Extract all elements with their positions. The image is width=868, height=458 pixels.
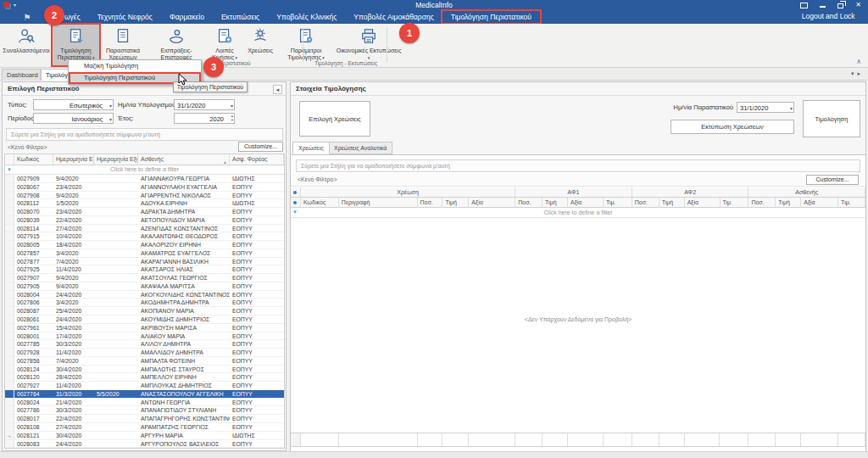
column-header[interactable]: Αξία [685, 198, 721, 208]
column-header[interactable]: Ασφ. Φορέας [230, 154, 284, 165]
ribbon-button-7[interactable]: Παράμετροι Τιμολόγησης ▾ [279, 25, 333, 65]
collapse-panel-icon[interactable]: ◂ [273, 85, 282, 94]
table-row[interactable]: 002778630/3/2020ΑΠΑΝΑΓΙΩΤΙΔΟΥ ΣΤΥΛΙΑΝΗΕΟ… [5, 406, 284, 415]
table-row[interactable]: 002806124/4/2020ΑΚΟΥΜΙΔΗΣ ΔΗΜΗΤΡΙΟΣΕΟΠΥΥ [5, 316, 284, 324]
table-row[interactable]: 002791510/4/2020ΑΚΑΛΑΝΤΩΝΗΣ ΘΕΟΔΩΡΟΣΕΟΠΥ… [5, 232, 284, 241]
table-row[interactable]: 002802421/4/2020ΑΝΤΩΝΗ ΓΕΩΡΓΙΑΕΟΠΥΥ [5, 399, 284, 407]
column-header[interactable]: Ποσ. [418, 198, 443, 208]
band-header[interactable]: ΑΦ2 [632, 187, 749, 198]
logout-and-lock-button[interactable]: Logout and Lock ▾ [802, 12, 860, 20]
table-row[interactable]: 002800117/4/2020ΑΛΙΑΚΟΥ ΜΑΡΙΑΕΟΠΥΥ [5, 332, 284, 341]
tab-charges-detailed[interactable]: Χρεώσεις Αναλυτικά [328, 142, 392, 154]
table-row[interactable]: 002792811/4/2020ΑΜΑΛΛΙΔΟΥ ΔΗΜΗΤΡΑΕΟΠΥΥ [5, 349, 284, 357]
restore-icon[interactable] [837, 3, 843, 8]
column-header[interactable]: Αξία [568, 198, 604, 208]
table-row[interactable]: 002792711/4/2020ΑΜΠΛΟΥΚΑΣ ΔΗΜΗΤΡΙΟΣΕΟΠΥΥ [5, 382, 284, 390]
spinner-icons[interactable]: ▴▾ [231, 114, 233, 122]
column-header[interactable]: Ημερομηνία Εξόδ. [94, 154, 138, 165]
table-row[interactable]: 002801722/4/2020ΑΠΑΠΑΓΡΗΓΟΡΗΣ ΚΩΝΣΤΑΝΤΙΝ… [5, 415, 284, 423]
ribbon-tab-clinic-submissions[interactable]: Υποβολές Κλινικής [268, 11, 345, 23]
empty-filter-label[interactable]: <Κενό Φίλτρο> [8, 144, 47, 150]
ribbon-tab-printouts[interactable]: Εκτυπώσεις [213, 11, 268, 23]
tab-scroll-icons[interactable]: ▾▸ [851, 70, 864, 77]
band-header[interactable]: ΑΦ1 [515, 187, 632, 198]
band-header[interactable]: Χρέωση [301, 187, 515, 198]
minimize-icon[interactable] [820, 6, 826, 8]
column-header[interactable]: Ποσ. [748, 198, 776, 208]
doc-tab-dashboard[interactable]: Dashboard [2, 69, 41, 81]
table-row[interactable]: 002812028/4/2020ΑΜΠΕΛΛΟΥ ΕΙΡΗΝΗΕΟΠΥΥ [5, 373, 284, 382]
table-row[interactable]: 00279089/4/2020ΑΓΙΑΡΡΕΝΤΗΣ ΝΙΚΟΛΑΟΣΕΟΠΥΥ [5, 192, 284, 200]
table-row[interactable]: 002800518/4/2020ΑΚΑΛΟΡΙΖΟΥ ΕΙΡΗΝΗΕΟΠΥΥ [5, 241, 284, 249]
column-header[interactable]: Περιγραφή [339, 198, 418, 208]
column-header[interactable]: Ποσ. [515, 198, 542, 208]
table-row[interactable]: 002808324/4/2020ΑΡΓΥΡΟΠΟΥΛΟΣ ΒΑΣΙΛΕΙΟΣΕΟ… [5, 440, 284, 449]
table-row[interactable]: 002810827/4/2020ΑΡΑΜΠΑΤΖΗΣ ΓΕΩΡΓΙΟΣΕΟΠΥΥ [5, 423, 284, 432]
table-row[interactable]: 002812430/4/2020ΑΜΠΑΛΩΤΗΣ ΣΤΑΥΡΟΣΕΟΠΥΥ [5, 366, 284, 374]
table-row[interactable]: 002776431/3/20205/5/2020ΑΝΑΣΤΑΣΟΠΟΥΛΟΥ Α… [5, 390, 284, 399]
application-menu-flag-icon[interactable]: ⚑ [20, 12, 34, 23]
band-header[interactable]: Ασθενής [748, 187, 865, 198]
table-row[interactable]: 00279099/4/2020ΑΓΙΑΝΝΑΚΟΥΡΑ ΓΕΩΡΓΙΑΙΔΙΩΤ… [5, 175, 284, 183]
column-header[interactable]: Τιμ. [838, 198, 865, 208]
invoice-button[interactable]: Τιμολόγηση [803, 100, 860, 137]
table-row[interactable]: 00278063/4/2020ΑΚΟΔΗΜΗΤΡΑ ΔΗΜΗΤΡΑΕΟΠΥΥ [5, 299, 284, 307]
display-mode-icon[interactable] [800, 3, 808, 8]
grid-filter-row[interactable]: ▼ Click here to define a filter [5, 165, 284, 175]
column-header[interactable]: Τιμή [542, 198, 568, 208]
table-row[interactable]: 002806723/4/2020ΑΓΙΑΝΝΟΥΛΑΚΗ ΕΥΑΓΓΕΛΙΑΕΟ… [5, 183, 284, 192]
ribbon-tab-dialysis-submissions[interactable]: Υποβολές Αιμοκάθαρσης [345, 11, 442, 23]
group-by-hint-bar[interactable]: Σύρετε μια Στήλη για να ομαδοποιήσετε σύ… [296, 159, 860, 172]
ribbon-button-6[interactable]: Χρεώσεις [243, 25, 277, 65]
table-row[interactable]: 002803922/4/2020ΑΕΤΟΠΟΥΛΙΔΟΥ ΜΑΡΙΑΕΟΠΥΥ [5, 216, 284, 225]
column-header-patient[interactable]: Ασθενής▲ [138, 154, 230, 165]
column-header[interactable]: Ποσ. [632, 198, 659, 208]
table-row[interactable]: 002796115/4/2020ΑΚΡΙΒΟΥΣΗ ΜΑΡΙΣΑΕΟΠΥΥ [5, 324, 284, 332]
type-select[interactable]: Εσωτερικός ▾ [33, 99, 114, 110]
column-header[interactable]: Κωδικός [14, 154, 53, 165]
grid-filter-row[interactable]: ▼ Click here to define a filter [291, 208, 865, 218]
period-select[interactable]: Ιανουάριος ▾ [33, 113, 114, 124]
column-header[interactable]: Ημερομηνία Εισ [53, 154, 94, 165]
column-header[interactable]: Τιμή [659, 198, 685, 208]
table-row[interactable]: →002812130/4/2020ΑΡΓΥΡΗ ΜΑΡΙΑΙΔΙΩΤΗΣ [5, 432, 284, 440]
document-date-input[interactable]: 31/1/2020 ▾ [737, 102, 794, 113]
tab-charges[interactable]: Χρεώσεις [292, 142, 330, 154]
table-row[interactable]: 00278587/4/2020ΑΜΠΑΛΤΑ ΦΩΤΕΙΝΗΕΟΠΥΥ [5, 357, 284, 366]
table-row[interactable]: 002811427/4/2020ΑΖΕΝΓΙΔΑΣ ΚΩΝΣΤΑΝΤΙΝΟΣΕΟ… [5, 225, 284, 233]
column-header[interactable]: Κωδικός [301, 198, 339, 208]
year-stepper[interactable]: 2020 ▴▾ [174, 113, 235, 124]
calc-date-input[interactable]: 31/1/2020 ▾ [174, 99, 235, 110]
ribbon-tab-pharmacy[interactable]: Φαρμακείο [161, 11, 213, 23]
table-row[interactable]: 002792511/4/2020ΑΚΑΤΣΑΡΟΣ ΗΛΙΑΣΕΟΠΥΥ [5, 265, 284, 274]
column-header[interactable]: Αξία [469, 198, 515, 208]
column-header[interactable]: Τιμή [442, 198, 469, 208]
table-row[interactable]: 00279079/4/2020ΑΚΑΤΣΟΥΛΑΣ ΓΕΩΡΓΙΟΣΕΟΠΥΥ [5, 274, 284, 282]
table-row[interactable]: 00278777/4/2020ΑΚΑΡΑΓΙΑΝΝΗ ΒΑΣΙΛΙΚΗΕΟΠΥΥ [5, 258, 284, 266]
column-header[interactable]: Τιμή [776, 198, 801, 208]
ribbon-tab-artificial-kidney[interactable]: Τεχνητός Νεφρός [89, 11, 161, 23]
row-indicator [5, 175, 14, 182]
table-row[interactable]: 00278573/4/2020ΑΚΑΜΑΤΡΩΣ ΕΥΑΓΓΕΛΟΣΕΟΠΥΥ [5, 249, 284, 258]
ribbon-button-8[interactable]: Οικονομικές Εκτυπώσεις ▾ [335, 25, 403, 65]
table-row[interactable]: 00279059/4/2020ΑΚΑΨΑΛΑ ΜΑΡΙΤΣΑΕΟΠΥΥ [5, 282, 284, 291]
column-header[interactable]: Τιμ. [721, 198, 749, 208]
select-charges-button[interactable]: Επιλογή Χρεώσεις [299, 101, 370, 137]
customize-button[interactable]: Customize... [806, 175, 859, 185]
ribbon-tab-case-invoicing[interactable]: Τιμολόγηση Περιστατικού [442, 11, 540, 23]
column-header[interactable]: Τιμ. [604, 198, 632, 208]
ribbon-button-1[interactable]: Συναλλασσόμενοι [2, 25, 51, 65]
column-header[interactable]: Αξία [801, 198, 838, 208]
ribbon-collapse-icon[interactable]: ∧ [856, 58, 861, 65]
table-row[interactable]: 002808725/4/2020ΑΚΟΠΙΑΝΟΥ ΜΑΡΙΑΕΟΠΥΥ [5, 307, 284, 316]
close-icon[interactable]: ✕ [855, 2, 861, 8]
print-charges-button[interactable]: Εκτύπωση Χρεώσεων [670, 120, 794, 134]
table-row[interactable]: 002778530/3/2020ΑΛΙΛΟΥ ΔΗΜΗΤΡΑΕΟΠΥΥ [5, 340, 284, 349]
table-row[interactable]: 002800424/4/2020ΑΚΟΓΚΟΥΛΙΔΗΣ ΚΩΝΣΤΑΝΤΙΝΟ… [5, 291, 284, 299]
table-row[interactable]: 00281121/5/2020ΑΔΟΥΚΑ ΕΙΡΗΝΗΙΔΙΩΤΗΣ [5, 199, 284, 208]
empty-filter-label[interactable]: <Κενό Φίλτρο> [298, 176, 337, 182]
group-by-hint-bar[interactable]: Σύρετε μια Στήλη για να ομαδοποιήσετε σύ… [6, 128, 283, 141]
table-row[interactable]: 002807023/4/2020ΑΔΡΑΚΤΑ ΔΗΜΗΤΡΑΕΟΠΥΥ [5, 208, 284, 216]
menu-item-mass-invoicing[interactable]: Μαζική Τιμολόγηση [69, 60, 201, 72]
customize-button[interactable]: Customize... [238, 142, 283, 152]
